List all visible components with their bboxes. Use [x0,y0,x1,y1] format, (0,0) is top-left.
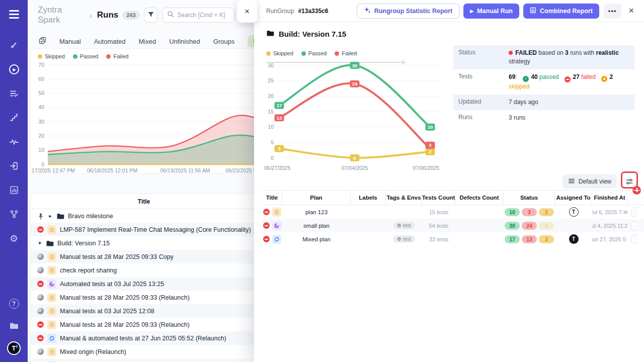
assignee-avatar: T [569,234,579,244]
svg-text:3: 3 [429,142,431,148]
run-list-item[interactable]: check report sharing [31,263,254,277]
rungroup-run-row[interactable]: small plan⚙test54 tests30240Jul 4, 2025 … [262,219,644,232]
tab-automated[interactable]: Automated [94,38,126,45]
sidebar-icon-check[interactable]: ✓ [7,38,21,52]
run-manual-icon [47,266,56,275]
tab-groups[interactable]: Groups [213,38,235,45]
play-icon: ▶ [470,9,473,14]
rungroup-statistic-report-label: Rungroup Statistic Report [374,8,453,15]
close-detail-button[interactable]: × [625,6,637,16]
tests-passed-count: 40 [531,73,537,80]
run-list-item[interactable]: Manual tests at 28 Mar 2025 09:33 Copy [31,250,254,263]
legend-item-skipped: Skipped [266,50,293,56]
column-header-tests-count[interactable]: Tests Count [422,191,455,205]
svg-text:20: 20 [38,133,44,139]
run-list-item[interactable]: Manual tests at 03 Jul 2025 12:08 [31,304,254,318]
status-value: FAILED [515,49,537,56]
sidebar-icon-play-circle[interactable]: ▶ [7,62,21,76]
svg-text:3: 3 [278,146,280,151]
run-list-item[interactable]: Manual tests at 28 Mar 2025 09:33 (Relau… [31,291,254,304]
breadcrumb-separator: › [90,11,92,20]
legend-dot [73,54,77,59]
dot-circle-icon [601,76,607,82]
run-manual-icon [47,252,56,261]
rungroup-run-row[interactable]: plan 12315 tests1032TJul 6, 2025 7:40 [262,205,644,219]
more-actions-button[interactable]: ••• [603,4,622,19]
run-list-item[interactable]: Manual tests at 28 Mar 2025 09:33 (Relau… [31,318,254,331]
chart-legend: SkippedPassedFailed [38,53,128,59]
run-list-item[interactable]: ▾Build: Version 7.15 [31,236,254,250]
tests-count: 15 tests [422,209,455,215]
runs-label: Runs [458,114,509,122]
column-header-tags-envs[interactable]: Tags & Envs [386,191,422,205]
column-header-finished-at[interactable]: Finished At [592,191,627,205]
assignee-avatar: T [569,207,579,217]
sidebar-icon-help[interactable]: ? [7,297,21,311]
svg-text:40: 40 [38,104,44,110]
failed-pill: 3 [522,208,537,216]
svg-text:50: 50 [38,90,44,96]
passed-pill: 10 [505,208,520,216]
breadcrumb-project[interactable]: Zyntra Spark [38,5,85,25]
svg-text:10: 10 [268,124,274,130]
filter-button[interactable] [144,8,158,23]
column-header-status[interactable]: Status [504,191,555,205]
run-list-item[interactable]: ▸Bravo milestone [31,209,254,223]
svg-text:30: 30 [38,119,44,125]
column-header-labels[interactable]: Labels [351,191,386,205]
run-title: Manual tests at 28 Mar 2025 09:33 (Relau… [60,321,190,328]
list-view-icon [568,177,575,186]
search-icon [167,11,174,20]
default-view-button[interactable]: Default view [562,174,617,189]
sidebar-icon-menu[interactable] [7,7,21,21]
chevron-down-icon[interactable]: ▾ [37,240,42,246]
run-list-item[interactable] [31,358,254,362]
tab-unfinished[interactable]: Unfinished [169,38,200,45]
rungroup-run-row[interactable]: Mixed plan⚙test33 tests17133TJun 27, 202… [262,232,644,246]
column-header-plan[interactable]: Plan [282,191,351,205]
runs-trend-chart: 01020304050607017/2025 12:47 PM06/18/202… [31,61,254,176]
rungroup-statistic-report-button[interactable]: Rungroup Statistic Report [357,4,460,19]
close-runs-panel-button[interactable]: × [237,0,257,23]
combined-report-button[interactable]: Combined Report [523,4,599,19]
sidebar-icon-folder-nav[interactable] [7,319,21,333]
check-circle-icon: ✓ [523,76,529,82]
run-title: Build: Version 7.15 [57,240,110,247]
tab-mixed[interactable]: Mixed [139,38,156,45]
column-header-defects-count[interactable]: Defects Count [455,191,504,205]
sidebar-icon-gear[interactable]: ⚙ [7,231,21,245]
row-actions-clipped[interactable] [627,208,637,217]
manual-run-button[interactable]: ▶ Manual Run [463,4,519,19]
svg-text:0: 0 [353,155,356,161]
rungroup-id: #13a335c6 [298,8,328,15]
updated-label: Updated [458,98,509,107]
legend-item-failed: Failed [106,53,128,59]
search-input[interactable]: Search [Cmd + K] [162,8,234,23]
run-list-item[interactable]: Automated tests at 03 Jul 2025 13:25 [31,277,254,291]
column-header-title[interactable]: Title [262,191,282,205]
chevron-right-icon[interactable]: ▸ [48,213,53,219]
row-actions-clipped[interactable] [627,235,637,244]
tests-count: 33 tests [422,236,455,242]
column-header-assigned-to[interactable]: Assigned To [555,191,592,205]
run-list-item[interactable]: LMP-587 Implement Real-Time Chat Messagi… [31,223,254,236]
status-gray-icon [37,267,44,274]
sidebar-icon-pulse[interactable] [7,135,21,149]
sidebar-icon-list-check[interactable] [7,86,21,101]
status-gray-icon [37,308,44,314]
sidebar-icon-avatar-main[interactable]: T [7,341,21,355]
run-list-item[interactable]: Manual & automated tests at 27 Jun 2025 … [31,331,254,345]
svg-text:20: 20 [268,93,274,99]
sidebar-icon-branch[interactable] [7,207,21,221]
legend-item-passed: Passed [73,53,99,59]
passed-pill: 30 [505,222,520,230]
sidebar-icon-steps[interactable] [7,111,21,125]
run-list-item[interactable]: Mixed origin (Relaunch) [31,345,254,358]
sidebar-icon-bar-chart[interactable] [7,183,21,197]
tab-manual[interactable]: Manual [59,38,81,45]
row-actions-clipped[interactable] [627,221,637,230]
workspace-pill[interactable]: test work [248,35,254,47]
sidebar-icon-import[interactable] [7,159,21,173]
table-columns-settings-icon[interactable] [623,175,635,188]
tab-all-icon[interactable] [39,37,46,46]
